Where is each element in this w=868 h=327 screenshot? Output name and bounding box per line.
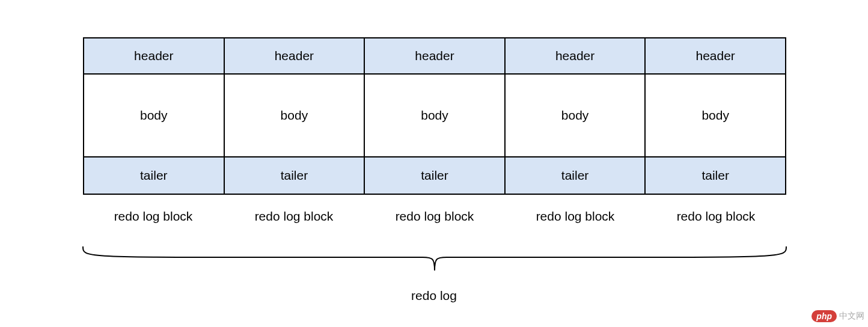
- block-column: header body tailer: [506, 38, 646, 194]
- body-cell: body: [646, 75, 785, 157]
- tailer-cell: tailer: [84, 157, 224, 194]
- block-label: redo log block: [83, 209, 224, 224]
- block-labels-row: redo log block redo log block redo log b…: [83, 209, 786, 224]
- curly-brace-icon: [77, 245, 792, 274]
- header-cell: header: [84, 38, 224, 75]
- body-cell: body: [84, 75, 224, 157]
- tailer-cell: tailer: [646, 157, 785, 194]
- body-cell: body: [225, 75, 364, 157]
- tailer-cell: tailer: [506, 157, 645, 194]
- tailer-cell: tailer: [225, 157, 364, 194]
- block-column: header body tailer: [225, 38, 365, 194]
- header-cell: header: [646, 38, 785, 75]
- block-label: redo log block: [364, 209, 505, 224]
- block-column: header body tailer: [365, 38, 506, 194]
- block-column: header body tailer: [646, 38, 785, 194]
- overall-label: redo log: [0, 289, 868, 303]
- header-cell: header: [365, 38, 504, 75]
- block-label: redo log block: [224, 209, 364, 224]
- block-table: header body tailer header body tailer he…: [83, 37, 786, 195]
- block-column: header body tailer: [84, 38, 225, 194]
- header-cell: header: [506, 38, 645, 75]
- watermark-text: 中文网: [839, 311, 864, 322]
- body-cell: body: [365, 75, 504, 157]
- php-badge-icon: php: [811, 310, 837, 322]
- tailer-cell: tailer: [365, 157, 504, 194]
- block-label: redo log block: [505, 209, 646, 224]
- block-label: redo log block: [646, 209, 786, 224]
- body-cell: body: [506, 75, 645, 157]
- header-cell: header: [225, 38, 364, 75]
- watermark: php 中文网: [811, 310, 864, 322]
- redo-log-diagram: header body tailer header body tailer he…: [83, 37, 786, 224]
